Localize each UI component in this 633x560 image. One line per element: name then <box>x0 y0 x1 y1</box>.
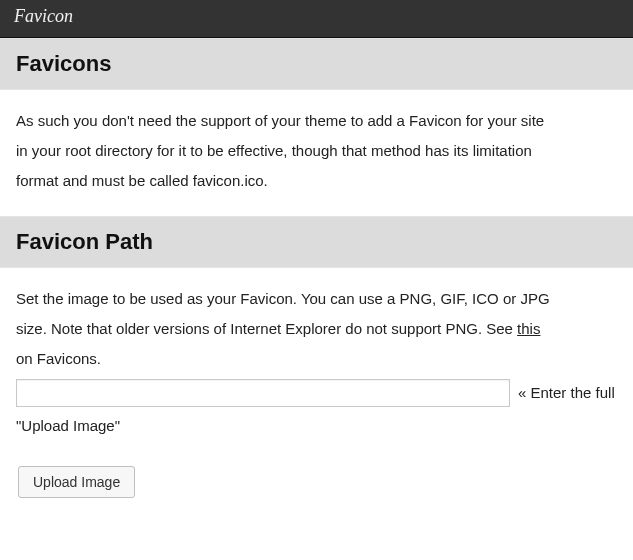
titlebar-title: Favicon <box>14 6 73 26</box>
favicon-path-text-line3: on Favicons. <box>16 344 617 374</box>
section-header-favicons: Favicons <box>0 38 633 90</box>
favicons-text-line3: format and must be called favicon.ico. <box>16 166 617 196</box>
heading-favicon-path: Favicon Path <box>16 229 617 255</box>
favicons-text-line1: As such you don't need the support of yo… <box>16 106 617 136</box>
favicon-path-hint: « Enter the full <box>518 378 615 408</box>
titlebar: Favicon <box>0 0 633 38</box>
favicon-path-text-line2a: size. Note that older versions of Intern… <box>16 320 517 337</box>
heading-favicons: Favicons <box>16 51 617 77</box>
upload-image-button[interactable]: Upload Image <box>18 466 135 498</box>
favicon-path-link-this[interactable]: this <box>517 320 540 337</box>
favicon-path-input[interactable] <box>16 379 510 407</box>
favicon-path-text-line1: Set the image to be used as your Favicon… <box>16 284 617 314</box>
section-body-favicons: As such you don't need the support of yo… <box>0 90 633 216</box>
section-header-favicon-path: Favicon Path <box>0 216 633 268</box>
favicons-text-line2: in your root directory for it to be effe… <box>16 136 617 166</box>
favicon-path-quoted-line: "Upload Image" <box>16 414 617 438</box>
section-body-favicon-path: Set the image to be used as your Favicon… <box>0 268 633 518</box>
